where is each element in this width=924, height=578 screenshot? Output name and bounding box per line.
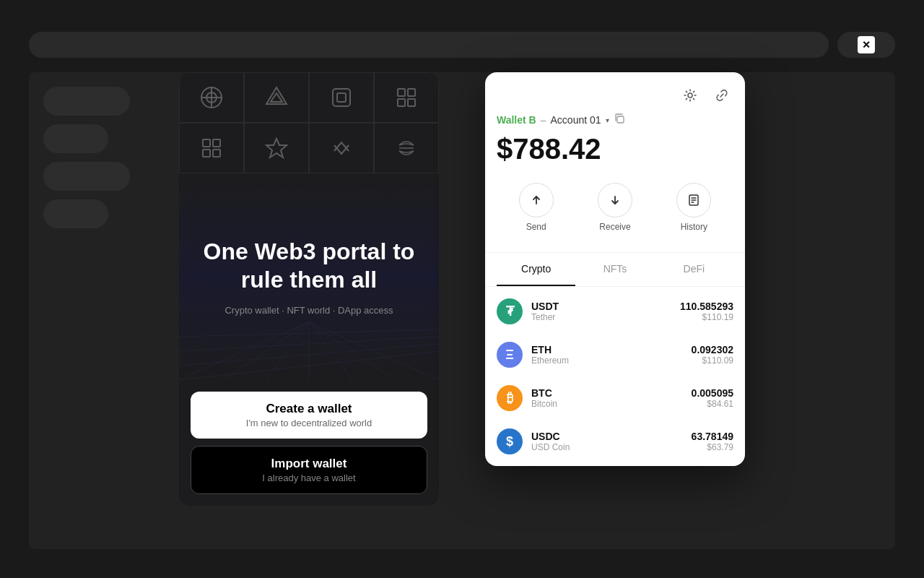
icon-cell-8 — [374, 123, 439, 173]
token-info-btc: BTC Bitcoin — [531, 387, 683, 409]
tab-nfts[interactable]: NFTs — [575, 253, 654, 286]
icon-cell-3 — [309, 72, 374, 123]
wallet-separator: – — [541, 114, 546, 126]
token-amounts-usdt: 110.585293 $110.19 — [680, 301, 733, 322]
settings-icon[interactable] — [679, 84, 702, 107]
token-info-usdc: USDC USD Coin — [531, 431, 683, 452]
svg-rect-14 — [203, 150, 210, 157]
token-list: ₮ USDT Tether 110.585293 $110.19 Ξ ETH E… — [485, 287, 745, 466]
history-label: History — [681, 222, 707, 232]
token-icon-usdt: ₮ — [497, 298, 523, 324]
icon-cell-5 — [179, 123, 244, 173]
icon-cell-6 — [244, 123, 309, 173]
token-amounts-usdc: 63.78149 $63.79 — [692, 431, 733, 452]
hero-subtitle: Crypto wallet · NFT world · DApp access — [225, 305, 393, 316]
chevron-down-icon[interactable]: ▾ — [606, 116, 609, 124]
token-info-usdt: USDT Tether — [531, 301, 671, 322]
icon-grid-row1 — [179, 72, 439, 123]
ext-icon: ✕ — [858, 36, 875, 53]
svg-rect-7 — [337, 93, 346, 102]
svg-rect-30 — [617, 116, 624, 123]
token-amount-eth: 0.092302 — [692, 344, 733, 355]
send-icon-circle — [519, 183, 554, 217]
svg-rect-15 — [213, 150, 220, 157]
token-usd-usdc: $63.79 — [692, 442, 733, 452]
token-usd-eth: $110.09 — [692, 355, 733, 366]
tab-defi[interactable]: DeFi — [655, 253, 733, 286]
svg-line-23 — [222, 322, 309, 380]
background-content — [29, 72, 895, 549]
icon-cell-2 — [244, 72, 309, 123]
bg-pill-4 — [43, 199, 108, 228]
svg-rect-11 — [408, 99, 415, 106]
svg-rect-9 — [408, 89, 415, 96]
import-wallet-button[interactable]: Import wallet I already have a wallet — [191, 446, 427, 494]
token-item-eth[interactable]: Ξ ETH Ethereum 0.092302 $110.09 — [485, 333, 745, 376]
token-name-usdt: Tether — [531, 312, 671, 322]
token-item-btc[interactable]: ₿ BTC Bitcoin 0.005095 $84.61 — [485, 376, 745, 420]
token-amount-usdt: 110.585293 — [680, 301, 733, 312]
receive-button[interactable]: Receive — [575, 177, 654, 235]
bg-pill-1 — [43, 87, 130, 116]
hero-title: One Web3 portal to rule them all — [193, 238, 424, 293]
token-amounts-btc: 0.005095 $84.61 — [692, 387, 733, 409]
token-icon-eth: Ξ — [497, 342, 523, 368]
svg-line-22 — [179, 322, 309, 380]
send-label: Send — [526, 222, 546, 232]
icon-cell-1 — [179, 72, 244, 123]
action-buttons: Create a wallet I'm new to decentralized… — [179, 380, 439, 506]
token-usd-usdt: $110.19 — [680, 312, 733, 322]
extension-toggle[interactable]: ✕ — [837, 32, 895, 58]
icon-cell-4 — [374, 72, 439, 123]
hero-section: One Web3 portal to rule them all Crypto … — [179, 173, 439, 380]
token-symbol-usdc: USDC — [531, 431, 683, 442]
token-amounts-eth: 0.092302 $110.09 — [692, 344, 733, 366]
tab-crypto[interactable]: Crypto — [497, 253, 575, 286]
svg-line-28 — [309, 322, 439, 380]
token-usd-btc: $84.61 — [692, 399, 733, 409]
bg-pill-2 — [43, 124, 108, 153]
svg-rect-8 — [398, 89, 405, 96]
import-btn-title: Import wallet — [201, 457, 417, 471]
svg-line-26 — [309, 322, 352, 380]
svg-marker-16 — [266, 139, 287, 158]
bg-pill-3 — [43, 162, 130, 191]
action-row: Send Receive — [497, 177, 733, 235]
create-btn-subtitle: I'm new to decentralized world — [201, 418, 417, 428]
wallet-account-row: Wallet B – Account 01 ▾ — [497, 113, 733, 127]
token-item-usdt[interactable]: ₮ USDT Tether 110.585293 $110.19 — [485, 290, 745, 333]
wallet-name: Wallet B — [497, 114, 536, 126]
token-info-eth: ETH Ethereum — [531, 344, 683, 366]
icon-cell-7 — [309, 123, 374, 173]
token-icon-usdc: $ — [497, 428, 523, 454]
tabs-row: Crypto NFTs DeFi — [485, 253, 745, 287]
wallet-info: Wallet B – Account 01 ▾ $788.42 — [485, 113, 745, 246]
onboarding-popup: One Web3 portal to rule them all Crypto … — [179, 72, 439, 506]
copy-icon[interactable] — [614, 113, 625, 127]
bg-left — [29, 72, 144, 549]
svg-line-24 — [266, 322, 309, 380]
token-symbol-usdt: USDT — [531, 301, 671, 312]
token-name-usdc: USD Coin — [531, 442, 683, 452]
token-name-btc: Bitcoin — [531, 399, 683, 409]
history-button[interactable]: History — [655, 177, 733, 235]
token-symbol-eth: ETH — [531, 344, 683, 355]
browser-bar: ✕ — [29, 29, 895, 61]
token-icon-btc: ₿ — [497, 385, 523, 411]
wallet-account-name: Account 01 — [551, 114, 601, 126]
svg-rect-6 — [333, 89, 350, 106]
import-btn-subtitle: I already have a wallet — [201, 473, 417, 483]
address-bar[interactable] — [29, 32, 829, 58]
svg-rect-13 — [213, 139, 220, 147]
svg-rect-12 — [203, 139, 210, 147]
token-amount-btc: 0.005095 — [692, 387, 733, 399]
send-button[interactable]: Send — [497, 177, 575, 235]
grid-lines-bg — [179, 279, 439, 380]
link-icon[interactable] — [710, 84, 733, 107]
token-symbol-btc: BTC — [531, 387, 683, 399]
wallet-panel: Wallet B – Account 01 ▾ $788.42 — [485, 72, 745, 466]
token-item-usdc[interactable]: $ USDC USD Coin 63.78149 $63.79 — [485, 420, 745, 463]
icon-grid-row2 — [179, 123, 439, 173]
token-amount-usdc: 63.78149 — [692, 431, 733, 442]
create-wallet-button[interactable]: Create a wallet I'm new to decentralized… — [191, 392, 427, 439]
